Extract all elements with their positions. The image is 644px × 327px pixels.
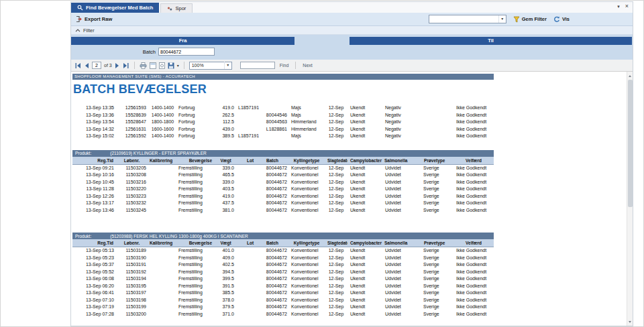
page-setup-button[interactable] — [159, 62, 165, 69]
tab-label: Find Bevægelser Med Batch — [86, 5, 153, 11]
cell-kalibrering — [148, 261, 177, 269]
cell-slagtedato: 12-Sep — [325, 179, 347, 186]
cell-kyllingetype: Himmerland — [288, 126, 325, 133]
cell-batch: 80044563 — [264, 119, 288, 126]
cell-regtid: 13-Sep 07:28 — [72, 311, 115, 318]
page-count-label: of 3 — [104, 63, 112, 68]
cell-lot — [237, 172, 264, 179]
tab-find-bevaegelser-med-batch[interactable]: Find Bevægelser Med Batch — [71, 3, 159, 13]
print-button[interactable] — [140, 62, 147, 69]
cell-regtid: 13-Sep 06:41 — [72, 289, 115, 297]
find-text-input[interactable] — [240, 62, 275, 69]
next-button[interactable]: Next — [303, 63, 312, 68]
cell-velfaerd: Ikke Godkendt — [453, 133, 494, 140]
cell-kyllingetype: Konventionel — [288, 247, 325, 255]
print-layout-button[interactable] — [150, 62, 156, 69]
cell-lot — [237, 304, 264, 311]
cell-campylobacter: Ukendt — [347, 311, 382, 318]
batch-input[interactable] — [158, 48, 215, 56]
column-header: Slagtedato — [325, 157, 347, 165]
cell-kalibrering — [148, 269, 177, 276]
cell-batch — [264, 133, 288, 140]
cell-kalibrering — [148, 311, 177, 318]
gem-filter-button[interactable]: Gem Filter — [513, 16, 547, 23]
column-header: Slagtedato — [325, 239, 347, 247]
close-icon[interactable]: × — [625, 3, 629, 9]
column-header: Kyllingetype — [288, 239, 325, 247]
cell-kyllingetype: Konventionel — [288, 172, 325, 179]
cell-kalibrering — [148, 207, 177, 214]
cell-campylobacter: Ukendt — [347, 297, 382, 304]
column-header: Campylobacter — [347, 157, 382, 165]
cell-campylobacter: Ukendt — [347, 275, 382, 283]
first-page-button[interactable] — [74, 62, 81, 69]
cell-provetype: Sverige — [421, 261, 453, 269]
cell-kalibrering — [148, 172, 177, 179]
product-table-2: Reg.TidLøbenr.KalibreringBevægelseVægtLo… — [72, 239, 494, 318]
column-header: Salmonella — [382, 157, 421, 165]
cell-kyllingetype: Konventionel — [288, 275, 325, 283]
table-row: 13-Sep 11:28 11503220 Fremstilling 403.5… — [72, 186, 494, 193]
zoom-select[interactable]: 100% ▾ — [189, 62, 232, 70]
cell-vaegt: 371.0 — [215, 311, 237, 318]
cell-lobenr: 11503194 — [115, 275, 148, 283]
column-header: Vægt — [215, 157, 237, 165]
cell-kalibrering: 1400-1400 — [148, 112, 177, 119]
filter-panel-header[interactable]: Filter — [71, 26, 633, 35]
toolbar-separator — [134, 62, 135, 69]
report-page: SHOPFLOOR MANAGEMENT SUITE (SMS) - ACCUR… — [72, 74, 515, 318]
cell-slagtedato: 12-Sep — [325, 172, 347, 179]
table-row: 13-Sep 12:26 11503223 Fremstilling 419.0… — [72, 193, 494, 200]
cell-vaegt: 391.5 — [215, 283, 237, 290]
previous-page-button[interactable] — [84, 62, 89, 69]
cell-lot — [237, 200, 264, 207]
scrollbar-thumb[interactable] — [628, 80, 633, 207]
last-page-button[interactable] — [123, 62, 129, 69]
cell-velfaerd: Ikke Godkendt — [453, 269, 494, 276]
table-row: 13-Sep 06:08 11503194 Fremstilling 399.5… — [72, 275, 494, 283]
column-header: Kalibrering — [148, 239, 177, 247]
export-dropdown-icon[interactable]: ▾ — [177, 63, 179, 68]
cell-campylobacter: Ukendt — [347, 283, 382, 290]
cell-velfaerd: Ikke Godkendt — [453, 179, 494, 186]
saved-filter-combobox[interactable]: ▾ — [429, 15, 506, 23]
refresh-icon — [553, 16, 560, 23]
export-icon — [75, 15, 83, 23]
cell-regtid: 13-Sep 11:28 — [72, 186, 115, 193]
cell-slagtedato: 12-Sep — [325, 289, 347, 297]
cell-lobenr: 15528639 — [115, 112, 148, 119]
window-controls: ▾ × — [617, 3, 629, 9]
table-row: 13-Sep 07:10 11503198 Fremstilling 378.0… — [72, 297, 494, 304]
cell-kyllingetype: Konventionel — [288, 255, 325, 262]
find-button[interactable]: Find — [280, 63, 289, 68]
vertical-scrollbar[interactable] — [627, 72, 633, 326]
cell-salmonella: Udvidet — [382, 311, 421, 318]
window-list-icon[interactable]: ▾ — [617, 4, 620, 9]
cell-lot — [237, 289, 264, 297]
next-page-button[interactable] — [115, 62, 120, 69]
vis-button[interactable]: Vis — [553, 16, 570, 23]
cell-bevaegelse: Forbrug — [177, 119, 215, 126]
cell-bevaegelse: Forbrug — [177, 126, 215, 133]
cell-slagtedato: 12-Sep — [325, 247, 347, 255]
cell-velfaerd: Ikke Godkendt — [453, 105, 494, 112]
export-save-button[interactable] — [168, 62, 174, 69]
cell-salmonella: Udvidet — [382, 193, 421, 200]
cell-vaegt: 465.5 — [215, 172, 237, 179]
table-row: 13-Sep 13:36 15528639 1400-1400 Forbrug … — [72, 112, 494, 119]
cell-salmonella: Udvidet — [382, 261, 421, 269]
cell-campylobacter: Ukendt — [347, 164, 382, 172]
cell-kyllingetype: Konventionel — [288, 186, 325, 193]
tab-spor[interactable]: Spor — [160, 3, 193, 13]
cell-velfaerd: Ikke Godkendt — [453, 275, 494, 283]
scroll-up-icon[interactable] — [627, 72, 633, 79]
cell-slagtedato: 12-Sep — [325, 304, 347, 311]
scroll-down-icon[interactable] — [627, 318, 633, 325]
cell-vaegt: 262.5 — [215, 112, 237, 119]
cell-regtid: 13-Sep 06:20 — [72, 283, 115, 290]
cell-regtid: 13-Sep 07:10 — [72, 297, 115, 304]
cell-kyllingetype: Majs — [288, 133, 325, 140]
export-raw-button[interactable]: Export Raw — [75, 15, 112, 23]
cell-campylobacter: Ukendt — [347, 105, 382, 112]
current-page-input[interactable] — [92, 62, 101, 69]
